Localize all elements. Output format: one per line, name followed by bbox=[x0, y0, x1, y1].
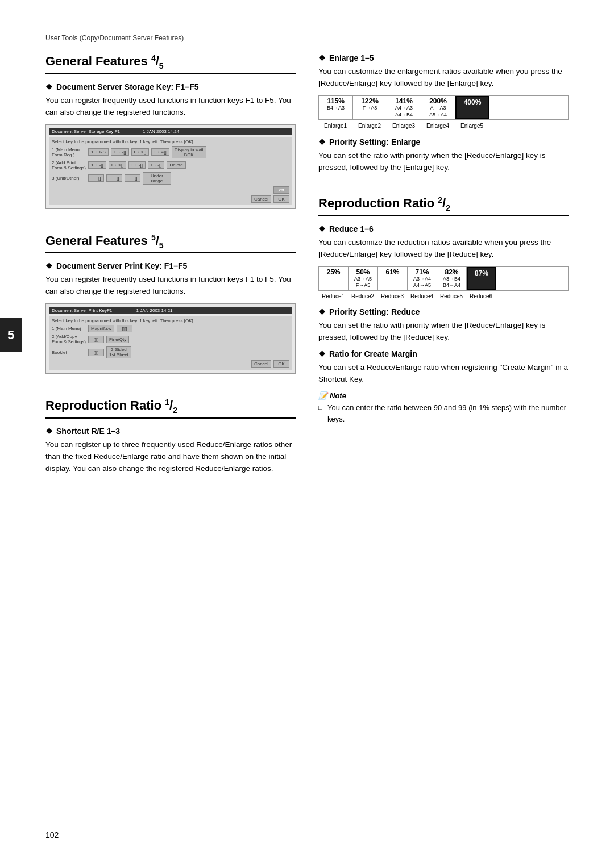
note-section: 📝 Note You can enter the ratio between 9… bbox=[318, 391, 569, 425]
subsection-title-dsp: ❖ Document Server Print Key: F1–F5 bbox=[45, 261, 296, 270]
ss-row-4: 1 (Main Menu) Magnif.sw [][] bbox=[52, 325, 289, 332]
gap-1 bbox=[45, 217, 296, 233]
diamond-icon-2: ❖ bbox=[45, 261, 53, 270]
note-item-1: You can enter the ratio between 90 and 9… bbox=[318, 402, 569, 425]
chapter-tab: 5 bbox=[0, 318, 22, 352]
reduce-cell-3: 61% bbox=[378, 267, 408, 290]
reduce-label-2: Reduce2 bbox=[348, 293, 377, 299]
note-title: 📝 Note bbox=[318, 391, 569, 400]
body-text-pse: You can set the ratio with priority when… bbox=[318, 150, 569, 174]
section-heading-rr22: Reproduction Ratio 2/2 bbox=[318, 195, 569, 216]
reduce-cell-2: 50% A3→A5F→A5 bbox=[349, 267, 378, 290]
diamond-icon-4: ❖ bbox=[318, 53, 326, 62]
diamond-icon-8: ❖ bbox=[318, 349, 326, 358]
left-column: General Features 4/5 ❖ Document Server S… bbox=[45, 53, 296, 481]
body-text-enlarge: You can customize the enlargement ratios… bbox=[318, 66, 569, 90]
ss-inner-2: Select key to be programmed with this ke… bbox=[49, 316, 292, 370]
reduce-cell-5: 82% A3→B4B4→A4 bbox=[437, 267, 467, 290]
subsection-title-psr: ❖ Priority Setting: Reduce bbox=[318, 307, 569, 316]
subsection-title-rre: ❖ Shortcut R/E 1–3 bbox=[45, 427, 296, 436]
reduce-label-4: Reduce4 bbox=[407, 293, 437, 299]
ss-row-2: 2 (Add PrintForm & Settings) 1→ -[] I→ >… bbox=[52, 160, 289, 170]
enlarge-label-1: Enlarge1 bbox=[318, 122, 352, 130]
ss-row-1: 1 (Main MenuForm Reg.) 1→ RS 1→ -[] I→ >… bbox=[52, 146, 289, 158]
subsection-title-pse: ❖ Priority Setting: Enlarge bbox=[318, 137, 569, 147]
page: User Tools (Copy/Document Server Feature… bbox=[0, 0, 614, 868]
rr2-superscript: 2 bbox=[438, 195, 442, 205]
ss-footer-3: Cancel OK bbox=[52, 360, 289, 368]
section-heading-gf55: General Features 5/5 bbox=[45, 233, 296, 254]
diamond-icon: ❖ bbox=[45, 82, 53, 91]
note-icon: 📝 bbox=[318, 391, 327, 400]
body-text-dss: You can register frequently used functio… bbox=[45, 95, 296, 119]
body-text-reduce: You can customize the reduction ratios a… bbox=[318, 237, 569, 261]
ss-title-bar-1: Document Server Storage Key F1 1 JAN 200… bbox=[49, 128, 292, 135]
subsection-title-reduce: ❖ Reduce 1–6 bbox=[318, 224, 569, 233]
reduce-cell-1: 25% bbox=[319, 267, 349, 290]
enlarge-label-4: Enlarge4 bbox=[421, 122, 455, 130]
gap-3 bbox=[318, 180, 569, 195]
reduce-cell-6: 87% bbox=[467, 267, 496, 290]
main-content: General Features 4/5 ❖ Document Server S… bbox=[45, 53, 569, 481]
diamond-icon-3: ❖ bbox=[45, 427, 53, 436]
ss-instruction-2: Select key to be programmed with this ke… bbox=[52, 318, 289, 323]
rr-superscript: 1 bbox=[165, 398, 169, 407]
body-text-rre: You can register up to three frequently … bbox=[45, 439, 296, 475]
section-superscript: 4 bbox=[151, 53, 156, 62]
enlarge-label-3: Enlarge3 bbox=[387, 122, 421, 130]
reduce-label-1: Reduce1 bbox=[318, 293, 348, 299]
diamond-icon-5: ❖ bbox=[318, 137, 326, 147]
reduce-label-5: Reduce5 bbox=[437, 293, 466, 299]
ss-row-6: Booklet [][] 2-Sided1st Sheet bbox=[52, 346, 289, 358]
enlarge-cell-3: 141% A4→A3A4→B4 bbox=[387, 96, 421, 119]
body-text-rcm: You can set a Reduce/Enlarge ratio when … bbox=[318, 362, 569, 386]
enlarge-cell-1: 115% B4→A3 bbox=[319, 96, 353, 119]
gap-2 bbox=[45, 382, 296, 398]
section-heading-rr12: Reproduction Ratio 1/2 bbox=[45, 398, 296, 419]
screenshot-dss: Document Server Storage Key F1 1 JAN 200… bbox=[45, 124, 296, 209]
reduce-label-3: Reduce3 bbox=[377, 293, 407, 299]
section-superscript-5: 5 bbox=[151, 233, 156, 242]
diamond-icon-7: ❖ bbox=[318, 307, 326, 316]
subsection-title-rcm: ❖ Ratio for Create Margin bbox=[318, 349, 569, 358]
subsection-title-dss: ❖ Document Server Storage Key: F1–F5 bbox=[45, 82, 296, 91]
breadcrumb: User Tools (Copy/Document Server Feature… bbox=[45, 34, 569, 42]
enlarge-cell-2: 122% F→A3 bbox=[353, 96, 387, 119]
body-text-psr: You can set the ratio with priority when… bbox=[318, 320, 569, 344]
page-number: 102 bbox=[45, 831, 59, 840]
enlarge-label-2: Enlarge2 bbox=[352, 122, 387, 130]
right-column: ❖ Enlarge 1–5 You can customize the enla… bbox=[318, 53, 569, 481]
body-text-dsp: You can register frequently used functio… bbox=[45, 274, 296, 298]
reduce-labels: Reduce1 Reduce2 Reduce3 Reduce4 Reduce5 … bbox=[318, 293, 569, 299]
enlarge-label-5: Enlarge5 bbox=[455, 122, 489, 130]
enlarge-ratio-table: 115% B4→A3 122% F→A3 141% A4→A3A4→B4 200… bbox=[318, 95, 569, 120]
ss-inner-1: Select key to be programmed with this ke… bbox=[49, 137, 292, 205]
enlarge-cell-4: 200% A →A3A5→A4 bbox=[421, 96, 455, 119]
diamond-icon-6: ❖ bbox=[318, 224, 326, 233]
subsection-title-enlarge: ❖ Enlarge 1–5 bbox=[318, 53, 569, 62]
ss-footer-1: off bbox=[52, 186, 289, 194]
ss-title-bar-2: Document Server Print KeyF1 1 JAN 2003 1… bbox=[49, 307, 292, 314]
ss-row-3: 3 (Unit/Other) I→ [] I→ [] I→ [] Underra… bbox=[52, 172, 289, 185]
screenshot-dsp: Document Server Print KeyF1 1 JAN 2003 1… bbox=[45, 303, 296, 374]
ss-footer-2: Cancel OK bbox=[52, 195, 289, 203]
reduce-label-6: Reduce6 bbox=[466, 293, 496, 299]
ss-instruction-1: Select key to be programmed with this ke… bbox=[52, 139, 289, 144]
reduce-ratio-table: 25% 50% A3→A5F→A5 61% 71% A3→A4A4→A5 82% bbox=[318, 266, 569, 291]
reduce-cell-4: 71% A3→A4A4→A5 bbox=[408, 267, 437, 290]
ss-row-5: 2 (Add/CopyForm & Settings) [][] Fine/Qt… bbox=[52, 334, 289, 344]
enlarge-cell-5: 400% bbox=[455, 96, 489, 119]
section-heading-gf45: General Features 4/5 bbox=[45, 53, 296, 74]
enlarge-labels: Enlarge1 Enlarge2 Enlarge3 Enlarge4 Enla… bbox=[318, 122, 569, 130]
